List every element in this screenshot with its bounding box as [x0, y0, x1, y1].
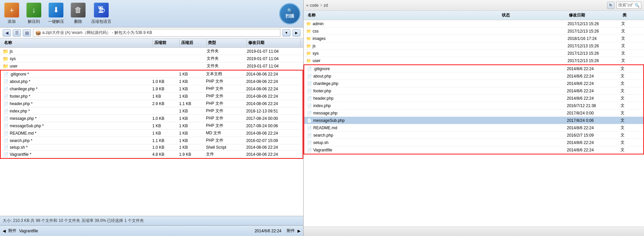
col-date: 修改日期: [247, 39, 301, 46]
list-item[interactable]: 📄message.php * 1.0 KB 1 KB PHP 文件 2017-0…: [1, 115, 303, 122]
folder-icon: 📁: [306, 36, 311, 41]
list-item[interactable]: 📄search.php 2016/2/7 15:09 文: [304, 132, 643, 139]
file-icon: 📄: [3, 87, 8, 91]
list-item[interactable]: 📄index.php * 1 KB PHP 文件 2018-12-13 09:5…: [1, 107, 303, 115]
list-item[interactable]: 📄README.md 2014/8/6 22:24 文: [304, 124, 643, 132]
folder-icon: 📁: [3, 49, 8, 54]
compress-label: 压缩包语言: [91, 19, 111, 25]
file-icon: 📄: [307, 96, 312, 101]
back-button[interactable]: ◀: [3, 29, 11, 37]
add-button[interactable]: ＋ 添加: [3, 3, 21, 25]
extract-icon: ↓: [26, 3, 41, 17]
list-item[interactable]: 📁images 2018/1/16 17:24 文: [304, 35, 644, 42]
list-item[interactable]: 📄about.php 2014/8/6 22:24 文: [304, 73, 643, 80]
scan-button[interactable]: 🔍 扫描: [279, 3, 301, 25]
list-item[interactable]: 📄setup.sh * 1.0 KB 1 KB Shell Script 201…: [1, 144, 303, 151]
right-highlighted-files-section: 📄.gitignore 2014/8/6 22:24 文 📄about.php …: [304, 64, 644, 154]
address-dropdown[interactable]: ▼: [282, 29, 290, 37]
file-icon: 📄: [307, 111, 312, 115]
file-icon: 📄: [307, 74, 312, 79]
right-panel: « code > zd ↻ 搜索"zd" 🔍 名称 状态 修改日期 类 📁adm…: [304, 0, 644, 236]
address-expand[interactable]: ▶: [292, 29, 301, 37]
file-icon: 📄: [307, 133, 312, 138]
onekey-icon: ⬇: [49, 3, 63, 17]
list-item[interactable]: 📁user 文件夹 2019-01-07 11:04: [0, 62, 303, 70]
list-item[interactable]: 📄chanllege.php * 1.9 KB 1 KB PHP 文件 2014…: [1, 85, 303, 93]
list-item[interactable]: 📄.gitignore 2014/8/6 22:24 文: [304, 65, 643, 73]
file-icon: 📄: [3, 152, 8, 157]
scan-label: 扫描: [285, 13, 294, 19]
col-name: 名称: [3, 39, 153, 46]
list-item[interactable]: 📄Vagrantfile 2014/8/6 22:24 文: [304, 146, 643, 154]
left-toolbar: ＋ 添加 ↓ 解压到 ⬇ 一键解压 🗑 删除 🗜 压缩包语言: [0, 0, 303, 28]
compress-icon: 🗜: [94, 3, 109, 17]
address-path: 📦 a.zip\大作业 (A) \exam（网站源代码） - 解包大小为 538…: [33, 29, 280, 37]
list-item[interactable]: 📄messageSub.php * 1 KB 1 KB PHP 文件 2017-…: [1, 122, 303, 130]
list-item[interactable]: 📁js 文件夹 2019-01-07 11:04: [0, 48, 303, 55]
list-item[interactable]: 📄message.php 2017/8/24 0:00 文: [304, 109, 643, 117]
file-icon: 📄: [3, 94, 8, 99]
search-icon[interactable]: 🔍: [635, 3, 640, 8]
file-icon: 📄: [3, 124, 8, 128]
col-type: 类型: [207, 39, 247, 46]
detail-view-button[interactable]: ▤: [23, 29, 31, 37]
right-col-status: 状态: [500, 12, 568, 19]
list-item[interactable]: 📄.gitignore * 1 KB 文本文档 2014-08-06 22:24: [1, 70, 303, 78]
file-icon: 📄: [3, 101, 8, 106]
delete-label: 删除: [74, 19, 82, 25]
right-col-date: 修改日期: [568, 12, 621, 19]
folder-icon: 📁: [306, 58, 311, 63]
list-item[interactable]: 📄footer.php * 1 KB 1 KB PHP 文件 2014-08-0…: [1, 93, 303, 100]
list-item[interactable]: 📁sys 2017/12/13 15:26 文: [304, 50, 644, 57]
list-item[interactable]: 📄about.php * 1.0 KB 1 KB PHP 文件 2014-08-…: [1, 78, 303, 85]
extract-button[interactable]: ↓ 解压到: [25, 3, 43, 25]
left-panel: ＋ 添加 ↓ 解压到 ⬇ 一键解压 🗑 删除 🗜 压缩包语言: [0, 0, 304, 236]
breadcrumb-zd[interactable]: zd: [324, 3, 328, 8]
list-item[interactable]: 📄Vagrantfile * 4.8 KB 1.9 KB 文件 2014-08-…: [1, 151, 303, 158]
list-item[interactable]: 📄index.php 2016/7/12 21:38 文: [304, 102, 643, 109]
compress-lang-button[interactable]: 🗜 压缩包语言: [91, 3, 111, 25]
list-item[interactable]: 📁admin 2017/12/13 15:26 文: [304, 20, 644, 28]
left-status-bar: 大小: 210.3 KB 共 98 个文件和 10 个文件夹 压缩率 39.0%…: [0, 216, 303, 225]
folder-icon: 📁: [3, 56, 8, 61]
list-item[interactable]: 📁sys 文件夹 2019-01-07 11:04: [0, 55, 303, 62]
onekey-button[interactable]: ⬇ 一键解压: [47, 3, 65, 25]
list-view-button[interactable]: ☰: [13, 29, 21, 37]
list-item[interactable]: 📄footer.php 2014/8/6 22:24 文: [304, 87, 643, 95]
list-item[interactable]: 📁css 2017/12/13 15:26 文: [304, 28, 644, 35]
right-toolbar: ↻: [607, 2, 614, 9]
file-icon: 📄: [307, 140, 312, 145]
scan-icon: 🔍: [287, 8, 292, 13]
list-item[interactable]: 📄header.php * 2.9 KB 1.1 KB PHP 文件 2014-…: [1, 100, 303, 107]
delete-button[interactable]: 🗑 删除: [69, 3, 87, 25]
folder-icon: 📁: [306, 51, 311, 56]
status-text: 大小: 210.3 KB 共 98 个文件和 10 个文件夹 压缩率 39.0%…: [3, 218, 144, 224]
folder-icon: 📁: [3, 63, 8, 69]
left-bottom-bar: ◀ 附件 Vagrantfile 2014/6/6 22:24 附件 ▶: [0, 225, 303, 236]
archive-icon: 📦: [35, 30, 41, 36]
list-item[interactable]: 📄messageSub.php 2017/8/24 0:06 文: [304, 117, 643, 124]
delete-icon: 🗑: [71, 3, 86, 17]
breadcrumb-code[interactable]: code: [310, 3, 319, 8]
list-item[interactable]: 📄search.php * 1.1 KB 1 KB PHP 文件 2016-02…: [1, 137, 303, 144]
left-address-bar: ◀ ☰ ▤ 📦 a.zip\大作业 (A) \exam（网站源代码） - 解包大…: [0, 28, 303, 38]
col-after: 压缩后: [180, 39, 207, 46]
file-icon: 📄: [307, 148, 312, 152]
breadcrumb-arrow: «: [306, 3, 309, 8]
folder-icon: 📁: [306, 44, 311, 48]
file-icon: 📄: [307, 89, 312, 93]
left-file-table: 名称 压缩前 压缩后 类型 修改日期 📁js 文件夹 2019-01-07 11…: [0, 38, 303, 216]
list-item[interactable]: 📁js 2017/12/13 15:26 文: [304, 42, 644, 50]
file-icon: 📄: [307, 81, 312, 86]
list-item[interactable]: 📄README.md * 1 KB 1 KB MD 文件 2014-08-06 …: [1, 130, 303, 137]
right-col-extra: 类: [621, 12, 641, 19]
list-item[interactable]: 📄setup.sh 2014/8/6 22:24 文: [304, 139, 643, 146]
refresh-button[interactable]: ↻: [607, 2, 614, 9]
right-bottom-bar: [304, 227, 644, 236]
list-item[interactable]: 📄chanllege.php 2014/8/6 22:24 文: [304, 80, 643, 87]
list-item[interactable]: 📁user 2017/12/13 15:26 文: [304, 57, 644, 64]
bottom-left-label: 附件: [8, 228, 16, 234]
file-icon: 📄: [3, 131, 8, 136]
right-file-table: 名称 状态 修改日期 类 📁admin 2017/12/13 15:26 文 📁…: [304, 11, 644, 227]
list-item[interactable]: 📄header.php 2014/8/6 22:24 文: [304, 95, 643, 102]
